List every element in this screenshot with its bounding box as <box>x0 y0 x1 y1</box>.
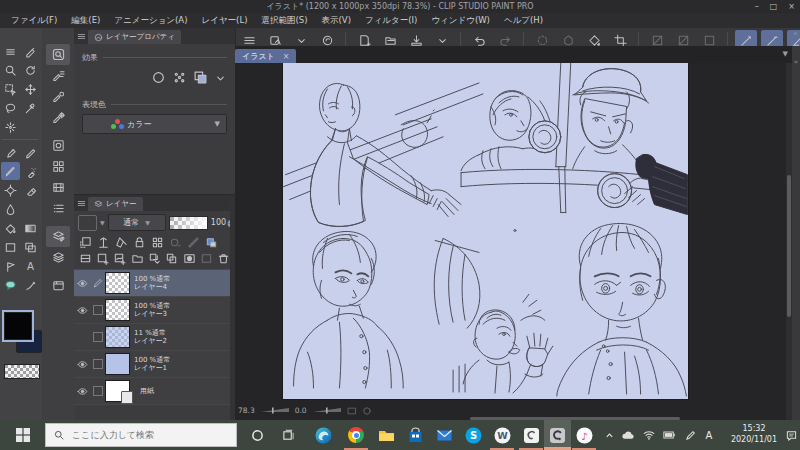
frame-border-tool[interactable] <box>21 238 40 256</box>
palette-layer-icon[interactable] <box>46 247 70 268</box>
layer-checkbox[interactable] <box>93 305 103 315</box>
layer-visibility-eye-icon[interactable] <box>74 386 90 397</box>
wattpad-icon[interactable]: W <box>490 420 514 450</box>
draft-layer-icon[interactable] <box>113 235 130 249</box>
menu-view[interactable]: 表示(V) <box>315 15 358 27</box>
move-layer-tool[interactable] <box>21 80 40 98</box>
balloon-tool[interactable] <box>1 276 20 294</box>
reference-layer-icon[interactable] <box>95 235 112 249</box>
wifi-icon[interactable] <box>640 420 658 450</box>
rotate-view-tool[interactable] <box>21 61 40 79</box>
minimize-button[interactable]: – <box>755 0 759 13</box>
layer-panel-menu-icon[interactable] <box>74 195 88 211</box>
right-dock-collapse[interactable]: « <box>792 46 800 420</box>
clip-studio-paint-active-tile[interactable] <box>544 420 571 450</box>
maximize-button[interactable]: □ <box>770 0 778 13</box>
tab-strip-chevron-icon[interactable]: ▼ <box>783 50 788 58</box>
blend-mode-select[interactable]: 通常▼ <box>108 214 166 231</box>
new-layer-button[interactable] <box>94 251 110 265</box>
reset-view-icon[interactable] <box>362 406 372 416</box>
layer-row-3[interactable]: 100 %通常レイヤー3 <box>74 297 235 324</box>
fill-tool[interactable] <box>1 219 20 237</box>
document-canvas[interactable] <box>283 63 688 399</box>
chrome-icon[interactable] <box>344 420 368 450</box>
new-folder-button[interactable] <box>129 251 145 265</box>
text-tool[interactable]: A <box>21 257 40 275</box>
layer-property-menu-icon[interactable] <box>74 28 88 44</box>
layer-row-paper[interactable]: 用紙 <box>74 378 235 405</box>
menu-help[interactable]: ヘルプ(H) <box>497 15 550 27</box>
fit-to-screen-icon[interactable] <box>347 406 357 416</box>
palette-color-thumbnail[interactable] <box>78 215 97 231</box>
gradient-tool[interactable] <box>21 219 40 237</box>
line-correction-tool[interactable] <box>21 276 40 294</box>
layer-thumbnail[interactable] <box>105 353 130 375</box>
airbrush-tool[interactable] <box>21 162 40 180</box>
figure-tool[interactable] <box>1 238 20 256</box>
layer-property-tab[interactable]: レイヤープロパティ <box>88 30 181 44</box>
main-color-swatch[interactable] <box>4 312 32 340</box>
palette-navigator-icon[interactable] <box>46 135 70 156</box>
search-input[interactable] <box>70 429 224 441</box>
ruler-range-icon[interactable] <box>185 235 202 249</box>
subtool-pen-circle-icon[interactable] <box>46 86 70 107</box>
effect-more-chevron-icon[interactable] <box>214 70 227 89</box>
command-bar-overflow-icon[interactable]: « <box>793 29 798 38</box>
menu-animation[interactable]: アニメーション(A) <box>107 15 194 27</box>
clip-studio-paint-icon[interactable] <box>549 420 566 450</box>
paper-layer-thumbnail[interactable] <box>105 380 130 402</box>
microsoft-store-icon[interactable] <box>403 420 427 450</box>
apply-mask-button[interactable] <box>198 251 214 265</box>
layer-color-toggle-icon[interactable] <box>203 235 220 249</box>
clip-studio-icon[interactable] <box>519 420 543 450</box>
file-explorer-icon[interactable] <box>374 420 398 450</box>
layer-row-2-hidden[interactable]: 11 %通常レイヤー2 <box>74 324 235 351</box>
enable-mask-icon[interactable] <box>167 235 184 249</box>
palette-list-icon[interactable] <box>46 198 70 219</box>
marker-tool[interactable] <box>1 143 20 161</box>
layer-visibility-eye-icon[interactable] <box>74 278 90 289</box>
start-button[interactable] <box>0 420 45 450</box>
task-view-button[interactable] <box>276 420 300 450</box>
document-tab[interactable]: イラスト × <box>235 49 296 63</box>
menu-filter[interactable]: フィルター(I) <box>358 15 424 27</box>
layer-color-effect-icon[interactable] <box>193 70 208 89</box>
taskbar-clock[interactable]: 15:32 2020/11/01 <box>726 423 782 445</box>
lock-transparent-pixel-icon[interactable] <box>149 235 166 249</box>
transparent-color-swatch[interactable] <box>4 364 40 379</box>
itunes-icon[interactable]: ♪ <box>572 420 596 450</box>
action-center-icon[interactable] <box>783 420 800 450</box>
menu-selection[interactable]: 選択範囲(S) <box>254 15 314 27</box>
polyline-tool[interactable] <box>1 257 20 275</box>
layer-checkbox[interactable] <box>93 386 103 396</box>
pencil-tool[interactable] <box>21 143 40 161</box>
document-tab-close-icon[interactable]: × <box>283 52 290 61</box>
palette-color-chevron-icon[interactable]: ▼ <box>100 219 105 226</box>
battery-icon[interactable] <box>660 420 678 450</box>
brush-tool-selected[interactable] <box>1 162 20 180</box>
layer-panel-tab[interactable]: レイヤー <box>88 197 143 211</box>
opacity-slider[interactable] <box>169 216 208 230</box>
rotation-slider[interactable] <box>312 407 342 414</box>
border-effect-icon[interactable] <box>151 70 166 89</box>
tray-overflow-chevron-icon[interactable] <box>600 420 618 450</box>
layer-thumbnail[interactable] <box>105 299 130 321</box>
palette-layer-property-icon[interactable] <box>46 226 70 247</box>
layer-row-4[interactable]: 100 %通常レイヤー4 <box>74 270 235 297</box>
layer-thumbnail[interactable] <box>105 326 130 348</box>
selection-lasso-tool[interactable] <box>1 99 20 117</box>
menu-edit[interactable]: 編集(E) <box>64 15 107 27</box>
eraser-tool[interactable] <box>21 181 40 199</box>
palette-material-icon[interactable] <box>46 275 70 296</box>
layer-visibility-eye-icon[interactable] <box>74 305 90 316</box>
clip-at-layer-below-icon[interactable] <box>77 235 94 249</box>
mail-icon[interactable] <box>432 420 456 450</box>
object-tool[interactable] <box>1 80 20 98</box>
auto-select-tool[interactable] <box>1 118 20 136</box>
tool-pen-quick[interactable] <box>21 42 40 60</box>
subtool-zoom-icon[interactable] <box>46 44 70 65</box>
merge-to-lower-layer-button[interactable] <box>164 251 180 265</box>
cortana-button[interactable] <box>245 420 269 450</box>
pen-settings-icon[interactable] <box>681 420 699 450</box>
close-button[interactable]: × <box>788 0 795 13</box>
